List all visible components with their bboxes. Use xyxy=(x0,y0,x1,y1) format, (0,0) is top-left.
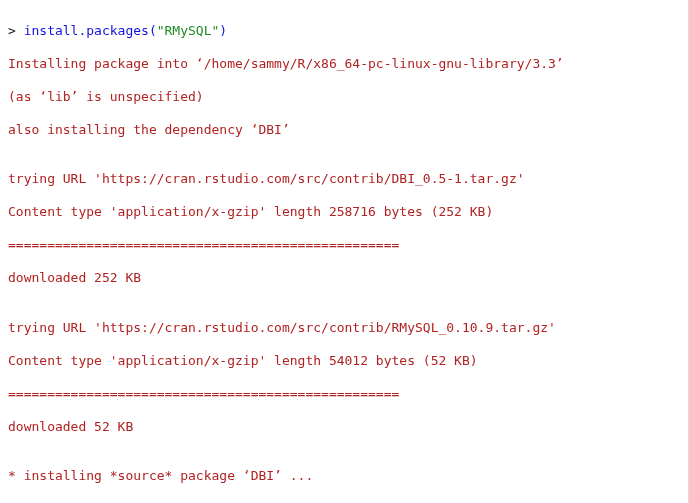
output-line: downloaded 52 KB xyxy=(8,419,680,436)
output-line: ========================================… xyxy=(8,386,680,403)
prompt: > xyxy=(8,23,24,38)
console-input-line: > install.packages("RMySQL") xyxy=(8,23,680,40)
output-line: Content type 'application/x-gzip' length… xyxy=(8,204,680,221)
output-line: Content type 'application/x-gzip' length… xyxy=(8,353,680,370)
output-line: (as ‘lib’ is unspecified) xyxy=(8,89,680,106)
input-arg: "RMySQL" xyxy=(157,23,220,38)
output-line: * installing *source* package ‘DBI’ ... xyxy=(8,468,680,485)
output-line: Installing package into ‘/home/sammy/R/x… xyxy=(8,56,680,73)
input-call-close: ) xyxy=(219,23,227,38)
output-line: also installing the dependency ‘DBI’ xyxy=(8,122,680,139)
output-line: trying URL 'https://cran.rstudio.com/src… xyxy=(8,171,680,188)
output-line: ========================================… xyxy=(8,237,680,254)
output-line: trying URL 'https://cran.rstudio.com/src… xyxy=(8,320,680,337)
input-call-open: install.packages( xyxy=(24,23,157,38)
output-line: downloaded 252 KB xyxy=(8,270,680,287)
r-console[interactable]: > install.packages("RMySQL") Installing … xyxy=(0,0,689,503)
